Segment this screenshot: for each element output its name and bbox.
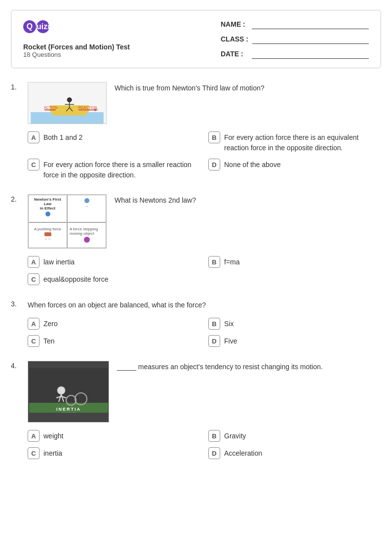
option-4c: C inertia — [28, 447, 200, 459]
svg-text:INERTIA: INERTIA — [56, 407, 81, 412]
question-4-header: 4. — [11, 361, 381, 423]
name-field-row: NAME : — [221, 19, 369, 29]
option-1c: C For every action force there is a smal… — [28, 158, 200, 180]
question-1-header: 1. — [11, 82, 381, 124]
question-1-number: 1. — [11, 82, 21, 91]
option-4d-text: Acceleration — [224, 447, 262, 459]
option-2b: B f=ma — [208, 256, 381, 268]
name-label: NAME : — [221, 20, 248, 28]
question-2-text: What is Newtons 2nd law? — [115, 194, 381, 206]
option-3c: C Ten — [28, 335, 200, 347]
option-3b: B Six — [208, 317, 381, 330]
date-label: DATE : — [221, 50, 248, 58]
q2-cell-4: A force stopping moving object — [67, 222, 106, 249]
option-1a-letter: A — [28, 131, 39, 143]
option-2c-text: equal&opposite force — [43, 273, 109, 285]
question-4: 4. — [11, 361, 381, 459]
question-2-content: Newton's First Lawin Effect → A pushing … — [28, 194, 381, 249]
option-3c-text: Ten — [43, 335, 55, 346]
option-3b-letter: B — [208, 318, 220, 330]
question-2: 2. Newton's First Lawin Effect → — [11, 194, 381, 285]
question-1: 1. — [11, 82, 381, 180]
option-1c-letter: C — [28, 159, 39, 171]
question-2-number: 2. — [11, 194, 21, 203]
svg-text:SCIENCE: SCIENCE — [62, 412, 75, 413]
svg-text:ACTION: ACTION — [44, 105, 58, 110]
question-2-row: Newton's First Lawin Effect → A pushing … — [28, 194, 381, 249]
header-card: Quizizz Rocket (Forces and Motion) Test … — [11, 10, 381, 68]
option-2b-letter: B — [208, 256, 220, 268]
class-line[interactable] — [252, 34, 369, 44]
option-1a: A Both 1 and 2 — [28, 131, 200, 153]
svg-point-4 — [67, 97, 72, 102]
option-3d: D Five — [208, 335, 381, 347]
date-line[interactable] — [252, 49, 369, 59]
option-2a-text: law inertia — [43, 256, 75, 267]
option-4a-text: weight — [43, 429, 63, 441]
question-2-header: 2. Newton's First Lawin Effect → — [11, 194, 381, 249]
quiz-subtitle: 18 Questions — [23, 51, 130, 58]
option-3c-letter: C — [28, 335, 39, 347]
option-3d-letter: D — [208, 335, 220, 347]
header-left: Quizizz Rocket (Forces and Motion) Test … — [23, 19, 130, 58]
option-1b-text: For every action force there is an equiv… — [224, 131, 381, 153]
option-2c-letter: C — [28, 273, 39, 285]
svg-text:REACTION: REACTION — [78, 105, 97, 110]
option-4b-letter: B — [208, 430, 220, 442]
option-1b-letter: B — [208, 131, 220, 143]
option-3a-letter: A — [28, 318, 39, 330]
option-4a-letter: A — [28, 430, 39, 442]
option-2b-text: f=ma — [224, 256, 240, 267]
page-wrapper: Quizizz Rocket (Forces and Motion) Test … — [11, 10, 381, 459]
q4-image-area: INERTIA SCIENCE — [29, 361, 108, 419]
question-2-options: A law inertia B f=ma C equal&opposite fo… — [28, 256, 381, 285]
question-1-text: Which is true from Newton's Third law of… — [115, 82, 381, 93]
question-3: 3. When forces on an object are balanced… — [11, 299, 381, 347]
svg-point-16 — [57, 386, 65, 394]
question-1-row: ACTION REACTION Which is true from Newto… — [28, 82, 381, 124]
header-right: NAME : CLASS : DATE : — [221, 19, 369, 59]
question-1-content: ACTION REACTION Which is true from Newto… — [28, 82, 381, 124]
option-1c-text: For every action force there is a smalle… — [43, 158, 200, 180]
question-1-image: ACTION REACTION — [28, 82, 107, 124]
option-1d: D None of the above — [208, 158, 381, 180]
option-4c-text: inertia — [43, 447, 62, 459]
quiz-title: Rocket (Forces and Motion) Test — [23, 43, 130, 51]
q2-cell-2: → — [67, 195, 106, 222]
option-4b: B Gravity — [208, 429, 381, 442]
question-4-image: INERTIA SCIENCE — [28, 361, 109, 423]
question-4-row: INERTIA SCIENCE _____ measures an object… — [28, 361, 381, 423]
question-2-image: Newton's First Lawin Effect → A pushing … — [28, 194, 107, 249]
q2-cell-3: A pushing force →→ — [28, 222, 67, 249]
option-4d-letter: D — [208, 447, 220, 459]
question-1-options: A Both 1 and 2 B For every action force … — [28, 131, 381, 180]
option-1b: B For every action force there is an equ… — [208, 131, 381, 153]
date-field-row: DATE : — [221, 49, 369, 59]
class-label: CLASS : — [221, 35, 248, 43]
q2-cell-1: Newton's First Lawin Effect — [28, 195, 67, 222]
question-3-text: When forces on an object are balanced, w… — [28, 299, 381, 310]
class-field-row: CLASS : — [221, 34, 369, 44]
question-4-text: _____ measures an object's tendency to r… — [117, 361, 381, 372]
option-4c-letter: C — [28, 447, 39, 459]
question-4-content: INERTIA SCIENCE _____ measures an object… — [28, 361, 381, 423]
option-1d-text: None of the above — [224, 158, 280, 170]
option-3d-text: Five — [224, 335, 237, 346]
option-1d-letter: D — [208, 159, 220, 171]
option-3a-text: Zero — [43, 317, 58, 329]
question-3-number: 3. — [11, 299, 21, 308]
logo-icon: Quizizz — [23, 19, 50, 33]
question-4-number: 4. — [11, 361, 21, 370]
option-2c: C equal&opposite force — [28, 273, 200, 285]
option-2a: A law inertia — [28, 256, 200, 268]
option-4d: D Acceleration — [208, 447, 381, 459]
option-1a-text: Both 1 and 2 — [43, 131, 82, 143]
option-3b-text: Six — [224, 317, 234, 329]
svg-marker-2 — [49, 110, 90, 115]
name-line[interactable] — [252, 19, 369, 29]
option-3a: A Zero — [28, 317, 200, 330]
question-3-options: A Zero B Six C Ten D Five — [28, 317, 381, 347]
question-4-options: A weight B Gravity C inertia D Accelerat… — [28, 429, 381, 459]
logo: Quizizz — [23, 19, 130, 33]
question-3-header: 3. When forces on an object are balanced… — [11, 299, 381, 310]
